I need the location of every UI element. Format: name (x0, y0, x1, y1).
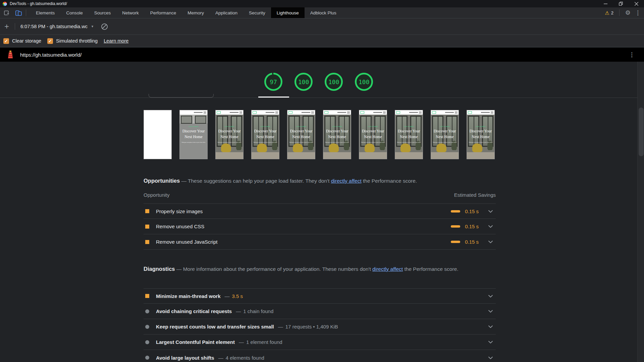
chevron-down-icon[interactable] (488, 225, 493, 228)
report-select[interactable]: 6:07:58 PM - gh.tatsumedia.wc ▼ (20, 24, 94, 29)
diagnostic-row[interactable]: Largest Contentful Paint element — 1 ele… (144, 335, 496, 350)
window-frame (195, 116, 206, 124)
more-options-icon[interactable]: ⋮ (635, 10, 641, 16)
tab-lighthouse[interactable]: Lighthouse (271, 7, 305, 18)
filmstrip-thumbnail: OUR HOMES Discover Your Next Home Find y… (359, 110, 387, 159)
diagnostic-value: 3.5 s (232, 293, 243, 299)
thumb-navbar (395, 110, 423, 115)
opportunity-row[interactable]: Remove unused JavaScript 0.15 s (144, 234, 496, 250)
tab-application[interactable]: Application (210, 7, 243, 18)
report-menu-icon[interactable]: ⋮ (629, 51, 635, 58)
directly-affect-link[interactable]: directly affect (331, 178, 362, 184)
lighthouse-toolbar: + 6:07:58 PM - gh.tatsumedia.wc ▼ (0, 18, 644, 35)
thumb-navbar (323, 110, 351, 115)
toolbar-divider (619, 9, 620, 16)
thumb-nav-text (194, 112, 203, 113)
chair (221, 143, 231, 152)
chevron-down-icon[interactable] (488, 310, 493, 313)
lighthouse-report: 97 100 100 100 (0, 62, 637, 362)
title-bar: DevTools - gh.tatsumedia.world/ (0, 0, 644, 7)
opportunity-row[interactable]: Remove unused CSS 0.15 s (144, 219, 496, 234)
thumb-navbar (287, 110, 315, 115)
tab-console[interactable]: Console (60, 7, 89, 18)
filmstrip-thumbnail: OUR HOMES Discover Your Next Home Find y… (215, 110, 244, 159)
tab-network[interactable]: Network (116, 7, 145, 18)
tab-adblock-plus[interactable]: Adblock Plus (305, 7, 342, 18)
scrollbar-thumb[interactable] (639, 108, 644, 156)
chevron-down-icon[interactable] (488, 325, 493, 328)
hamburger-menu-icon (311, 112, 314, 114)
devtools-window: DevTools - gh.tatsumedia.world/ (0, 0, 644, 362)
learn-more-link[interactable]: Learn more (104, 38, 128, 44)
hamburger-menu-icon (383, 112, 386, 114)
thumb-navbar (216, 110, 243, 115)
settings-gear-icon[interactable]: ⚙ (625, 10, 631, 16)
tab-performance[interactable]: Performance (145, 7, 182, 18)
warnings-badge[interactable]: ⚠ 2 (605, 10, 613, 15)
savings-value: 0.15 s (465, 239, 479, 245)
lighthouse-icon (7, 50, 14, 59)
warning-square-icon (145, 294, 149, 298)
accessibility-score-gauge[interactable]: 100 (294, 72, 313, 91)
hamburger-menu-icon (455, 112, 458, 114)
tab-sources[interactable]: Sources (89, 7, 117, 18)
clear-storage-checkbox[interactable]: ✓ (3, 38, 9, 44)
opportunities-heading: Opportunities — These suggestions can he… (144, 177, 496, 185)
chevron-down-icon[interactable] (488, 341, 493, 344)
window-title: DevTools - gh.tatsumedia.world/ (10, 1, 67, 6)
chevron-down-icon[interactable] (488, 356, 493, 359)
tab-memory[interactable]: Memory (182, 7, 210, 18)
floor (252, 152, 279, 159)
tab-elements[interactable]: Elements (30, 7, 60, 18)
tab-security[interactable]: Security (243, 7, 271, 18)
clear-storage-option[interactable]: ✓ Clear storage (3, 38, 41, 44)
opportunity-row[interactable]: Properly size images 0.15 s (144, 203, 496, 219)
floor (395, 152, 423, 159)
chair (472, 143, 482, 152)
diagnostic-row[interactable]: Minimize main-thread work — 3.5 s (144, 288, 496, 304)
diagnostic-row[interactable]: Keep request counts low and transfer siz… (144, 319, 496, 335)
hamburger-menu-icon (491, 112, 493, 114)
simulated-throttling-option[interactable]: ✓ Simulated throttling (47, 38, 98, 44)
thumb-logo (253, 111, 257, 114)
device-toolbar-icon[interactable] (15, 9, 22, 16)
report-url-bar: https://gh.tatsumedia.world/ ⋮ (0, 48, 644, 62)
thumb-logo (360, 111, 364, 114)
savings-value: 0.15 s (465, 224, 479, 229)
diagnostic-row[interactable]: Avoid chaining critical requests — 1 cha… (144, 304, 496, 319)
hamburger-menu-icon (419, 112, 422, 114)
chair (365, 143, 375, 152)
savings-bar (451, 225, 460, 228)
toolbar-divider (26, 9, 26, 16)
diagnostics-heading: Diagnostics — More information about the… (144, 265, 464, 273)
devtools-tab-bar: Elements Console Sources Network Perform… (0, 7, 644, 18)
chevron-down-icon[interactable] (488, 210, 493, 213)
warning-square-icon (145, 209, 149, 213)
best-practices-score-gauge[interactable]: 100 (324, 72, 343, 91)
simulated-throttling-checkbox[interactable]: ✓ (47, 38, 53, 44)
minimize-button[interactable] (598, 0, 613, 7)
new-report-button[interactable]: + (0, 22, 13, 31)
thumb-hero-text: OUR HOMES Discover Your Next Home Find y… (252, 126, 278, 143)
thumb-navbar (359, 110, 387, 115)
restore-button[interactable] (613, 0, 629, 7)
thumb-hero-text: OUR HOMES Discover Your Next Home Find y… (360, 126, 386, 143)
neutral-circle-icon (145, 356, 149, 360)
directly-affect-link[interactable]: directly affect (372, 266, 403, 272)
thumb-navbar (431, 110, 459, 115)
close-button[interactable] (629, 0, 644, 7)
window-frame (181, 116, 192, 124)
scrollbar-track (637, 62, 644, 362)
performance-score-gauge[interactable]: 97 (264, 72, 283, 91)
chevron-down-icon[interactable] (488, 240, 493, 243)
clear-reports-icon[interactable] (101, 23, 108, 30)
filmstrip-thumbnail: OUR HOMES Discover Your Next Home Find y… (144, 110, 172, 159)
warning-count: 2 (611, 10, 613, 15)
floor (216, 152, 243, 159)
inspect-element-icon[interactable] (3, 9, 10, 16)
seo-score-gauge[interactable]: 100 (355, 72, 373, 91)
filmstrip-thumbnail: OUR HOMES Discover Your Next Home Find y… (251, 110, 279, 159)
chevron-down-icon[interactable] (488, 295, 493, 298)
diagnostic-row[interactable]: Avoid large layout shifts — 4 elements f… (144, 350, 496, 362)
report-url[interactable]: https://gh.tatsumedia.world/ (20, 52, 82, 58)
